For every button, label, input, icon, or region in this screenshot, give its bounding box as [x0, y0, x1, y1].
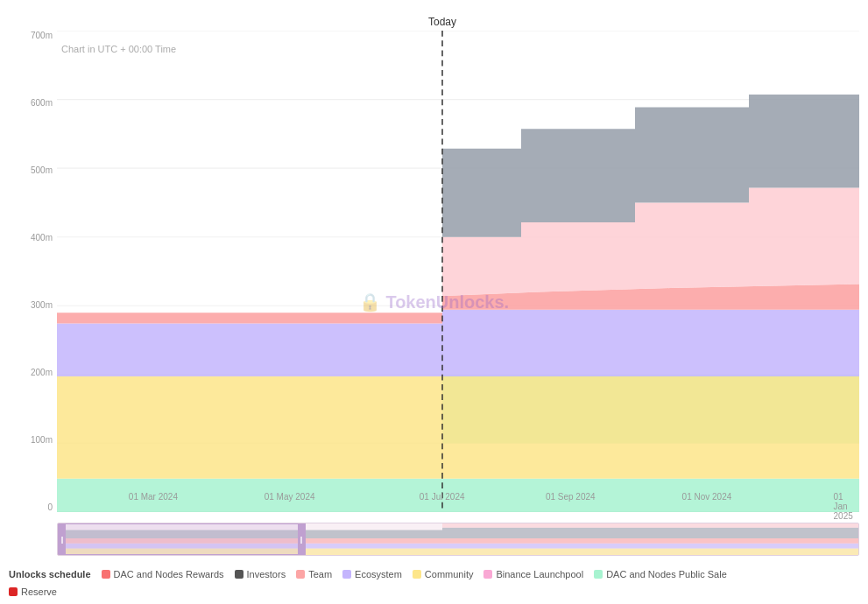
x-label-2: 01 May 2024 — [265, 492, 315, 502]
legend-binance: Binance Launchpool — [483, 569, 583, 579]
y-label-300m: 300m — [9, 300, 57, 310]
legend-dot-investors — [235, 570, 243, 579]
layer-community — [57, 376, 859, 479]
legend-dot-binance — [483, 570, 492, 579]
navigator-handle-right[interactable]: ‖ — [298, 524, 305, 554]
navigator-handle-left[interactable]: ‖ — [59, 524, 66, 554]
legend-dac-rewards: DAC and Nodes Rewards — [102, 569, 224, 579]
legend-label-ecosystem: Ecosystem — [355, 569, 402, 579]
chart-svg — [57, 31, 859, 512]
legend-dot-dac-public — [594, 570, 603, 579]
y-label-0: 0 — [9, 502, 57, 512]
legend-label-dac-public: DAC and Nodes Public Sale — [606, 569, 727, 579]
legend-dot-dac-rewards — [102, 570, 110, 579]
y-label-100m: 100m — [9, 435, 57, 445]
legend-dot-team — [296, 570, 305, 579]
legend-label-dac-rewards: DAC and Nodes Rewards — [114, 569, 224, 579]
legend-investors: Investors — [235, 569, 286, 579]
x-label-6: 01 Jan 2025 — [834, 492, 853, 521]
x-label-5: 01 Nov 2024 — [682, 492, 732, 502]
y-label-500m: 500m — [9, 165, 57, 175]
navigator-selection[interactable]: ‖ ‖ — [58, 523, 306, 555]
x-axis: 01 Mar 2024 01 May 2024 01 Jul 2024 01 S… — [57, 492, 859, 509]
y-axis: 0 100m 200m 300m 400m 500m 600m 700m — [9, 31, 57, 512]
legend-dot-community — [413, 570, 421, 579]
y-label-200m: 200m — [9, 368, 57, 377]
legend-label-reserve: Reserve — [21, 586, 57, 597]
legend-reserve: Reserve — [9, 586, 57, 597]
legend: Unlocks schedule DAC and Nodes Rewards I… — [9, 569, 859, 597]
legend-label-team: Team — [308, 569, 332, 579]
legend-label-investors: Investors — [247, 569, 286, 579]
legend-title: Unlocks schedule — [9, 569, 91, 579]
legend-label-binance: Binance Launchpool — [496, 569, 583, 579]
legend-dac-public: DAC and Nodes Public Sale — [594, 569, 727, 579]
legend-dot-reserve — [9, 587, 18, 596]
chart-subtitle: Chart in UTC + 00:00 Time — [61, 44, 176, 54]
chart-container: 0 100m 200m 300m 400m 500m 600m 700m — [0, 0, 868, 604]
y-label-700m: 700m — [9, 31, 57, 40]
y-label-600m: 600m — [9, 98, 57, 108]
navigator[interactable]: ‖ ‖ — [57, 523, 859, 556]
x-label-3: 01 Jul 2024 — [420, 492, 465, 502]
legend-team: Team — [296, 569, 332, 579]
legend-dot-ecosystem — [342, 570, 351, 579]
y-label-400m: 400m — [9, 233, 57, 242]
x-label-1: 01 Mar 2024 — [129, 492, 178, 502]
legend-community: Community — [413, 569, 474, 579]
x-label-4: 01 Sep 2024 — [546, 492, 596, 502]
today-label: Today — [428, 16, 456, 28]
legend-label-community: Community — [425, 569, 474, 579]
legend-ecosystem: Ecosystem — [342, 569, 402, 579]
